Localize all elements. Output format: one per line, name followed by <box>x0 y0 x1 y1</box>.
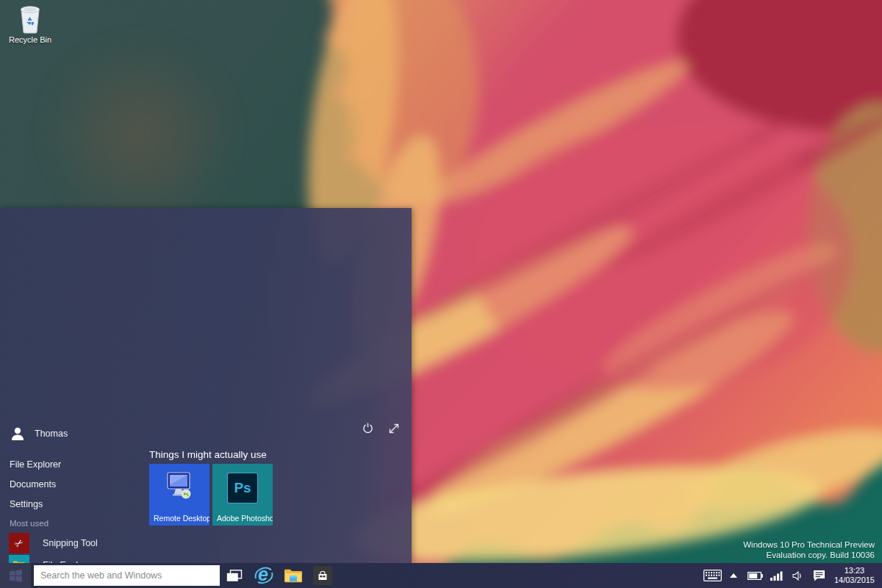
recycle-bin-icon <box>18 4 43 34</box>
start-menu-item-file-explorer[interactable]: File Explorer <box>10 455 61 475</box>
user-account-button[interactable]: Thomas <box>10 426 68 441</box>
recycle-bin-label: Recycle Bin <box>6 35 54 44</box>
task-view-icon <box>226 570 243 582</box>
network-signal-icon <box>770 571 783 581</box>
internet-explorer-button[interactable]: e <box>249 563 279 588</box>
notifications-icon <box>813 570 825 581</box>
keyboard-icon <box>703 570 722 581</box>
recycle-bin-desktop-icon[interactable]: Recycle Bin <box>6 4 54 44</box>
expand-start-menu-button[interactable] <box>387 422 400 434</box>
windows-logo-icon <box>10 570 22 582</box>
start-menu-item-documents[interactable]: Documents <box>10 475 61 495</box>
resize-diagonal-icon <box>388 423 400 434</box>
clock-time: 13:23 <box>834 566 875 576</box>
show-hidden-icons-button[interactable] <box>723 563 745 588</box>
tile-label: Adobe Photoshop <box>217 514 273 523</box>
user-avatar-icon <box>10 426 25 441</box>
taskbar: e <box>0 563 882 588</box>
clock-date: 14/03/2015 <box>834 576 875 585</box>
user-name: Thomas <box>35 429 68 439</box>
snipping-tool-icon: ✂ <box>9 533 29 553</box>
speaker-icon <box>792 571 803 581</box>
battery-icon <box>747 572 763 580</box>
system-tray: 13:23 14/03/2015 <box>702 563 882 588</box>
battery-button[interactable] <box>745 563 766 588</box>
task-view-button[interactable] <box>220 563 249 588</box>
tile-label: Remote Desktop <box>154 514 209 523</box>
background-blur-smudge <box>44 29 235 220</box>
build-watermark: Windows 10 Pro Technical Preview Evaluat… <box>743 539 875 560</box>
chevron-up-icon <box>730 573 737 578</box>
clock[interactable]: 13:23 14/03/2015 <box>830 566 882 585</box>
remote-desktop-tile-icon <box>149 471 209 501</box>
tile-group-title: Things I might actually use <box>149 449 267 460</box>
most-used-header: Most used <box>10 519 49 528</box>
power-button[interactable] <box>362 422 374 434</box>
action-center-button[interactable] <box>808 563 830 588</box>
start-menu: Thomas File Explorer Documents Settings … <box>0 208 412 563</box>
watermark-line2: Evaluation copy. Build 10036 <box>743 550 875 560</box>
file-explorer-taskbar-icon <box>284 569 302 583</box>
start-menu-item-settings[interactable]: Settings <box>10 495 61 514</box>
network-button[interactable] <box>766 563 787 588</box>
internet-explorer-icon: e <box>254 566 273 585</box>
store-icon <box>313 566 332 585</box>
photoshop-tile-icon: Ps <box>212 473 273 503</box>
app-item-snipping-tool[interactable]: ✂ Snipping Tool <box>9 532 160 554</box>
windows-store-button[interactable] <box>308 563 337 588</box>
search-input[interactable] <box>34 565 220 586</box>
power-icon <box>362 423 373 434</box>
file-explorer-button[interactable] <box>279 563 308 588</box>
start-button[interactable] <box>0 563 31 588</box>
tile-remote-desktop[interactable]: Remote Desktop <box>149 464 209 526</box>
touch-keyboard-button[interactable] <box>702 563 723 588</box>
tile-adobe-photoshop[interactable]: Ps Adobe Photoshop <box>212 464 273 526</box>
volume-button[interactable] <box>787 563 808 588</box>
watermark-line1: Windows 10 Pro Technical Preview <box>743 539 875 550</box>
